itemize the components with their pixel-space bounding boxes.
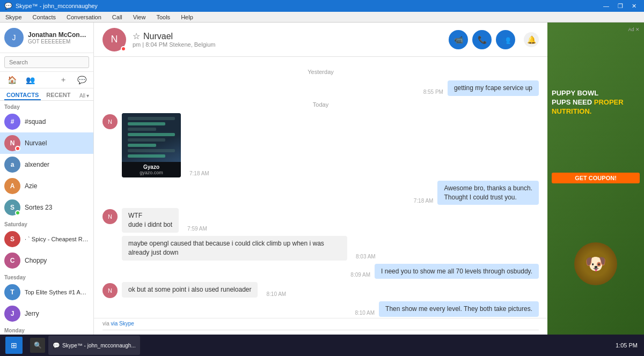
people-icon-button[interactable]: 👥 [23,74,38,86]
section-monday: Monday [0,324,93,335]
contact-choppy[interactable]: C Choppy [0,250,93,271]
menu-conversation[interactable]: Conversation [64,13,104,21]
taskbar: ⊞ 🔍 💬Skype™ - john_mcconnaugh... 1:05 PM [0,335,644,356]
chat-contact-name: ☆ Nurvael [133,31,442,41]
contact-top-elite[interactable]: T Top Elite Sythes #1 Agility Trai... [0,281,93,303]
message-row-image: N [103,113,539,177]
contact-name: Azie [25,182,37,190]
tab-all[interactable]: All ▾ [79,93,89,99]
star-icon[interactable]: ☆ [133,31,140,41]
message-time: 8:10 AM [355,310,375,316]
add-contact-button[interactable]: ＋ [56,74,71,86]
header-actions: 📹 📞 👥 🔔 [449,30,539,49]
title-bar-title: Skype™ - john_mcconnaughey [16,3,98,9]
contacts-tabs: CONTACTS RECENT All ▾ [0,88,93,101]
message-avatar: N [103,209,118,224]
message-avatar: N [103,283,118,298]
message-row: N WTFdude i didnt bot 7:59 AM [103,208,539,233]
voice-call-button[interactable]: 📞 [472,30,492,49]
sidebar-search [0,53,93,72]
profile-status: GOT EEEEEEEM [28,39,89,44]
menu-view[interactable]: View [131,13,148,21]
contact-spicy[interactable]: S · ` Spicy - Cheapest RS3/07 G... [0,228,93,250]
message-bubble: ok but at some point i also used runeloa… [122,282,258,298]
minimize-button[interactable]: — [600,3,612,10]
ad-banner: Ad ✕ PUPPY BOWLPUPS NEED PROPERNUTRITION… [547,23,644,356]
contact-jerry[interactable]: J Jerry [0,303,93,324]
chat-contact-status: pm | 8:04 PM Stekene, Belgium [133,41,442,48]
chat-header-info: ☆ Nurvael pm | 8:04 PM Stekene, Belgium [133,31,442,48]
add-people-button[interactable]: 👥 [496,30,515,49]
close-button[interactable]: ✕ [628,3,640,10]
app-body: J Jonathan McConnaughey GOT EEEEEEEM 🏠 👥… [0,23,644,356]
menu-skype[interactable]: Skype [3,13,24,21]
contact-avatar: a [4,157,20,173]
contact-nurvael[interactable]: N Nurvael [0,132,93,154]
message-row: 8:55 PM getting my fcape service up [103,80,539,96]
contact-avatar: S [4,231,20,247]
contact-squad[interactable]: # #squad [0,111,93,132]
contact-name: Jerry [25,310,39,317]
ad-dog-image: 🐶 [574,242,617,285]
message-time: 7:18 AM [189,170,209,176]
tab-contacts[interactable]: CONTACTS [4,91,41,100]
contact-name: Nurvael [25,139,47,147]
search-input[interactable] [4,56,89,68]
contact-name: · ` Spicy - Cheapest RS3/07 G... [25,236,89,242]
message-time: 7:18 AM [414,198,434,204]
taskbar-search[interactable]: 🔍 [30,338,45,353]
taskbar-skype[interactable]: 💬Skype™ - john_mcconnaugh... [48,336,140,355]
chat-contact-avatar: N [103,28,126,51]
menu-tools[interactable]: Tools [154,13,172,21]
contact-avatar: J [4,306,20,322]
gyazo-label: Gyazo gyazo.com [122,162,181,177]
menu-call[interactable]: Call [110,13,125,21]
chat-icon-button[interactable]: 💬 [74,74,89,86]
shared-image[interactable]: Gyazo gyazo.com [122,113,181,177]
contact-name: Choppy [25,257,47,264]
contact-name: alxender [25,161,49,168]
contact-sortes[interactable]: S Sortes 23 [0,197,93,218]
contact-name: Top Elite Sythes #1 Agility Trai... [25,289,89,295]
via-skype-label: via via Skype [103,321,539,327]
section-today: Today [0,101,93,111]
day-divider-today: Today [103,101,539,108]
taskbar-start: ⊞ [0,337,28,354]
home-icon-button[interactable]: 🏠 [4,74,19,86]
menu-help[interactable]: Help [179,13,195,21]
ad-coupon-button[interactable]: GET COUPON! [552,173,640,183]
sidebar-profile: J Jonathan McConnaughey GOT EEEEEEEM [0,23,93,53]
video-call-button[interactable]: 📹 [449,30,468,49]
message-bubble: WTFdude i didnt bot [122,208,179,233]
sidebar: J Jonathan McConnaughey GOT EEEEEEEM 🏠 👥… [0,23,94,356]
message-avatar: N [103,114,118,129]
contact-name: Sortes 23 [25,204,52,211]
message-bubble: getting my fcape service up [448,80,539,96]
taskbar-items: 🔍 💬Skype™ - john_mcconnaugh... [28,336,609,355]
notification-button[interactable]: 🔔 [524,32,539,47]
contact-alxender[interactable]: a alxender [0,154,93,175]
message-row: 8:09 AM I need you to show me all 70 lev… [103,264,539,279]
profile-info: Jonathan McConnaughey GOT EEEEEEEM [28,31,89,44]
menu-bar: Skype Contacts Conversation Call View To… [0,12,644,23]
messages-area[interactable]: Yesterday 8:55 PM getting my fcape servi… [94,57,547,318]
message-time: 7:59 AM [187,226,207,232]
section-tuesday: Tuesday [0,271,93,281]
message-row: 8:10 AM Then show me every level. They b… [103,301,539,317]
message-row: N ok but at some point i also used runel… [103,282,539,298]
contact-avatar: T [4,284,20,300]
section-saturday: Saturday [0,218,93,228]
message-time: 8:03 AM [356,254,376,259]
tab-recent[interactable]: RECENT [44,91,72,100]
day-divider-yesterday: Yesterday [103,69,539,75]
profile-name: Jonathan McConnaughey [28,31,89,39]
message-bubble: Awesome bro, thanks a bunch.Thought I co… [437,181,539,205]
contact-azie[interactable]: A Azie [0,175,93,197]
contacts-list: Today # #squad N Nurvael a alxender A Az… [0,101,93,356]
start-button[interactable]: ⊞ [5,337,23,354]
maximize-button[interactable]: ❐ [614,3,626,10]
message-bubble: Then show me every level. They both take… [379,301,539,317]
menu-contacts[interactable]: Contacts [31,13,58,21]
message-bubble: maybe opengl caused that because i could… [122,236,347,261]
contact-avatar: N [4,135,20,151]
